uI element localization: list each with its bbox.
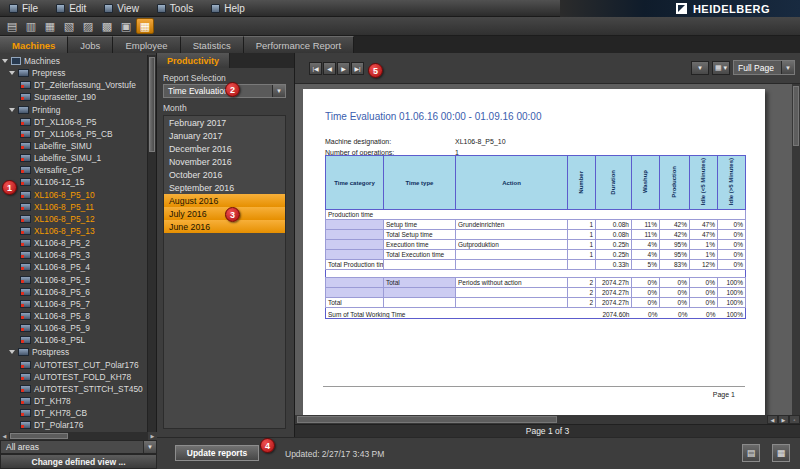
expand-arrow-icon[interactable] (2, 59, 8, 63)
scroll-right-button[interactable]: ▶ (148, 432, 157, 440)
tree-item-xl106-8-p5-10[interactable]: XL106-8_P5_10 (0, 189, 147, 201)
scrollbar-thumb[interactable] (10, 433, 68, 439)
menu-help[interactable]: Help (202, 0, 254, 16)
print-button[interactable]: ▤ (742, 444, 760, 462)
month-item-august-2016[interactable]: August 2016 (164, 194, 285, 207)
tree-horizontal-scrollbar[interactable]: ◀ ▶ (0, 432, 157, 440)
export-button[interactable]: ▦ (772, 444, 790, 462)
month-item-september-2016[interactable]: September 2016 (164, 181, 285, 194)
tab-productivity[interactable]: Productivity (157, 53, 230, 68)
expand-arrow-icon[interactable] (9, 71, 15, 75)
menu-view[interactable]: View (95, 0, 148, 16)
tree-item-labelfire-simu-1[interactable]: Labelfire_SIMU_1 (0, 152, 147, 164)
tree-item-labelfire-simu[interactable]: Labelfire_SIMU (0, 140, 147, 152)
tree-item-xl106-8-p5-6[interactable]: XL106-8_P5_6 (0, 286, 147, 298)
scroll-right-button[interactable]: ▶ (778, 415, 789, 424)
menu-file[interactable]: File (0, 0, 47, 16)
tab-employee[interactable]: Employee (113, 36, 180, 53)
machines-view-icon[interactable]: ▤ (3, 18, 21, 34)
tree-root[interactable]: Machines (0, 55, 147, 67)
tree-item-xl106-8-p5-12[interactable]: XL106-8_P5_12 (0, 213, 147, 225)
jobs-view-icon[interactable]: ▥ (22, 18, 40, 34)
tree-item-dt-xl106-8-p5[interactable]: DT_XL106-8_P5 (0, 116, 147, 128)
tree-item-xl106-8-p5-13[interactable]: XL106-8_P5_13 (0, 225, 147, 237)
performance-report-icon[interactable]: ▦ (136, 18, 154, 34)
tree-item-dt-polar176[interactable]: DT_Polar176 (0, 419, 147, 431)
tab-statistics[interactable]: Statistics (181, 36, 244, 53)
layout-icon[interactable]: ▨ (79, 18, 97, 34)
month-item-january-2017[interactable]: January 2017 (164, 129, 285, 142)
tab-machines[interactable]: Machines (0, 36, 68, 53)
machine-icon (20, 373, 31, 381)
preview-horizontal-scrollbar[interactable]: ◀ ▶ ▫ (295, 415, 800, 424)
tree-item-dt-kh78[interactable]: DT_KH78 (0, 395, 147, 407)
month-item-june-2016[interactable]: June 2016 (164, 220, 285, 233)
tree-group-prepress[interactable]: Prepress (0, 67, 147, 79)
chevron-down-icon[interactable]: ▼ (781, 61, 794, 74)
statistics-view-icon[interactable]: ▧ (60, 18, 78, 34)
month-item-october-2016[interactable]: October 2016 (164, 168, 285, 181)
tree-item-xl106-8-p5-3[interactable]: XL106-8_P5_3 (0, 249, 147, 261)
employee-view-icon[interactable]: ▦ (41, 18, 59, 34)
tree-item-xl106-8-p5-7[interactable]: XL106-8_P5_7 (0, 298, 147, 310)
scroll-corner-button[interactable]: ▫ (789, 415, 800, 424)
machine-icon (20, 397, 31, 405)
tree-item-suprasetter-190[interactable]: Suprasetter_190 (0, 91, 147, 103)
machine-icon (20, 276, 31, 284)
page-layout-button[interactable]: ▦ ▾ (712, 61, 730, 75)
tree-item-autotest-cut-polar176[interactable]: AUTOTEST_CUT_Polar176 (0, 359, 147, 371)
chevron-down-icon[interactable]: ▼ (143, 441, 156, 453)
expand-arrow-icon[interactable] (9, 350, 15, 354)
scrollbar-thumb[interactable] (149, 57, 155, 152)
month-item-december-2016[interactable]: December 2016 (164, 142, 285, 155)
last-page-button[interactable]: ▶| (351, 62, 364, 75)
month-item-november-2016[interactable]: November 2016 (164, 155, 285, 168)
area-filter-combo[interactable]: All areas ▼ (0, 440, 157, 454)
tree-item-label: XL106-8_P5_2 (34, 238, 90, 248)
tree-item-autotest-fold-kh78[interactable]: AUTOTEST_FOLD_KH78 (0, 371, 147, 383)
tree-item-xl106-8-p5-9[interactable]: XL106-8_P5_9 (0, 322, 147, 334)
tree-item-xl106-8-p5-4[interactable]: XL106-8_P5_4 (0, 261, 147, 273)
expand-arrow-icon[interactable] (9, 108, 15, 112)
table-cell: 4% (632, 240, 660, 250)
tree-item-xl106-8-p5-2[interactable]: XL106-8_P5_2 (0, 237, 147, 249)
month-item-february-2017[interactable]: February 2017 (164, 116, 285, 129)
settings-icon[interactable]: ▣ (117, 18, 135, 34)
scroll-left-button[interactable]: ◀ (767, 415, 778, 424)
tab-jobs[interactable]: Jobs (68, 36, 113, 53)
scrollbar-thumb[interactable] (297, 416, 557, 423)
tree-item-versafire-cp[interactable]: Versafire_CP (0, 164, 147, 176)
change-defined-view-button[interactable]: Change defined view ... (0, 454, 157, 469)
callout-5: 5 (368, 63, 383, 78)
next-page-button[interactable]: ▶ (337, 62, 350, 75)
menu-edit[interactable]: Edit (47, 0, 95, 16)
machine-icon (20, 421, 31, 429)
zoom-mode-button[interactable]: ▾ (691, 61, 709, 75)
tree-item-xl106-8-p5l[interactable]: XL106-8_P5L (0, 334, 147, 346)
first-page-button[interactable]: |◀ (309, 62, 322, 75)
tree-item-xl106-8-p5-8[interactable]: XL106-8_P5_8 (0, 310, 147, 322)
chevron-down-icon[interactable]: ▼ (272, 85, 285, 97)
scrollbar-thumb[interactable] (793, 86, 799, 146)
report-selection-panel: Productivity Report Selection Time Evalu… (157, 53, 295, 437)
tree-vertical-scrollbar[interactable] (147, 55, 156, 432)
scroll-left-button[interactable]: ◀ (0, 432, 9, 440)
tree-item-xl106-8-p5-5[interactable]: XL106-8_P5_5 (0, 274, 147, 286)
tree-group-postpress[interactable]: Postpress (0, 346, 147, 358)
tree-item-xl106-8-p5-11[interactable]: XL106-8_P5_11 (0, 201, 147, 213)
tree-item-xl106-12-15[interactable]: XL106-12_15 (0, 176, 147, 188)
tree-item-dt-zeiterfassung-vorstufe[interactable]: DT_Zeiterfassung_Vorstufe (0, 79, 147, 91)
machine-icon (20, 263, 31, 271)
tree-group-printing[interactable]: Printing (0, 104, 147, 116)
zoom-combo[interactable]: Full Page ▼ (733, 60, 795, 75)
tree-item-dt-kh78-cb[interactable]: DT_KH78_CB (0, 407, 147, 419)
tree-item-autotest-stitch-st450[interactable]: AUTOTEST_STITCH_ST450 (0, 383, 147, 395)
print-preview-icon[interactable]: ▩ (98, 18, 116, 34)
tab-performance-report[interactable]: Performance Report (244, 36, 355, 53)
preview-vertical-scrollbar[interactable] (792, 84, 800, 415)
brand-name: HEIDELBERG (693, 3, 770, 15)
update-reports-button[interactable]: Update reports (175, 445, 259, 461)
menu-tools[interactable]: Tools (148, 0, 202, 16)
tree-item-dt-xl106-8-p5-cb[interactable]: DT_XL106-8_P5_CB (0, 128, 147, 140)
previous-page-button[interactable]: ◀ (323, 62, 336, 75)
